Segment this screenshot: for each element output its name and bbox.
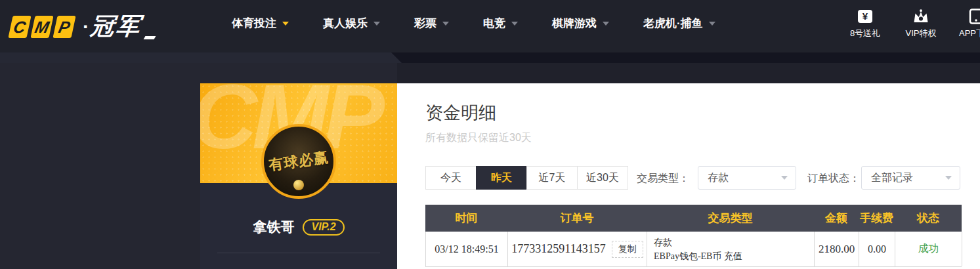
select-value: 全部记录: [862, 171, 945, 185]
column-header-fee: 手续费: [859, 211, 895, 226]
copy-button[interactable]: 复制: [612, 241, 643, 258]
nav-item-label: 棋牌游戏: [552, 16, 597, 31]
secondary-band: [0, 52, 980, 63]
cell-status: 成功: [895, 232, 962, 266]
cell-order-no: 1773312591143157 复制: [508, 232, 647, 266]
column-header-type: 交易类型: [647, 211, 814, 226]
cell-amount: 2180.00: [815, 232, 859, 266]
page-subtitle: 所有数据只保留近30天: [425, 131, 532, 145]
chevron-down-icon: [373, 22, 380, 26]
transaction-type-label: 交易类型：: [637, 172, 689, 186]
quick-link-app-download[interactable]: APP下载: [953, 9, 980, 39]
nav-item-card-games[interactable]: 棋牌游戏: [552, 16, 609, 31]
order-status-label: 订单状态：: [807, 172, 860, 186]
chevron-down-icon: [442, 22, 449, 26]
select-value: 存款: [698, 171, 781, 185]
logo-separator: ·: [83, 16, 89, 38]
column-header-time: 时间: [425, 211, 507, 226]
cell-transaction-type: 存款 EBPay钱包-EB币 充值: [647, 232, 815, 266]
column-header-status: 状态: [895, 211, 962, 226]
table-header-row: 时间 订单号 交易类型 金额 手续费 状态: [425, 205, 962, 232]
quick-link-label: APP下载: [959, 28, 980, 39]
profile-card: CMP 有球必赢 拿铁哥 VIP.2: [200, 83, 397, 269]
quick-link-label: VIP特权: [906, 28, 937, 39]
vip-level-badge: VIP.2: [303, 219, 344, 236]
tab-last-7-days[interactable]: 近7天: [526, 166, 578, 190]
chevron-down-icon: [781, 176, 788, 180]
svg-text:¥: ¥: [863, 10, 868, 22]
nav-item-lottery[interactable]: 彩票: [414, 16, 449, 31]
transaction-type-main: 存款: [654, 236, 672, 249]
quick-link-vip[interactable]: VIP特权: [901, 9, 941, 39]
secondary-band-segment: [0, 52, 402, 63]
nav-item-esports[interactable]: 电竞: [483, 16, 518, 31]
main-nav-menu: 体育投注 真人娱乐 彩票 电竞 棋牌游戏 老虎机·捕鱼: [232, 0, 715, 46]
avatar: 有球必赢: [261, 124, 336, 199]
golden-ball-icon: [293, 180, 304, 190]
cell-time: 03/12 18:49:51: [426, 232, 508, 266]
table-row: 03/12 18:49:51 1773312591143157 复制 存款 EB…: [425, 232, 962, 267]
transactions-table: 时间 订单号 交易类型 金额 手续费 状态 03/12 18:49:51 177…: [425, 205, 962, 267]
nav-item-label: 老虎机·捕鱼: [643, 16, 703, 31]
chevron-down-icon: [709, 22, 715, 26]
chevron-down-icon: [282, 22, 289, 26]
page: C M P · 冠军 体育投注 真人娱乐 彩票 电竞: [0, 0, 980, 269]
nav-item-live-casino[interactable]: 真人娱乐: [323, 16, 380, 31]
column-header-amount: 金额: [814, 211, 859, 226]
logo-dash-decoration: [144, 36, 156, 39]
cell-fee: 0.00: [859, 232, 895, 266]
column-header-order-no: 订单号: [507, 211, 647, 226]
username: 拿铁哥: [253, 218, 294, 236]
dark-strip-above-content: [397, 63, 980, 83]
logo-letter-box: M: [30, 16, 53, 38]
chevron-down-icon: [511, 22, 518, 26]
transaction-type-detail: EBPay钱包-EB币 充值: [654, 249, 742, 263]
nav-item-label: 电竞: [483, 16, 505, 31]
top-navbar: C M P · 冠军 体育投注 真人娱乐 彩票 电竞: [0, 0, 980, 52]
transaction-type-select[interactable]: 存款: [698, 166, 796, 190]
brand-logo[interactable]: C M P · 冠军: [11, 10, 155, 43]
main-content: 资金明细 所有数据只保留近30天 今天 昨天 近7天 近30天 交易类型： 存款…: [397, 83, 980, 269]
nav-item-label: 体育投注: [232, 16, 276, 31]
chevron-down-icon: [603, 22, 609, 26]
nav-item-label: 真人娱乐: [323, 16, 368, 31]
phone-icon: [968, 9, 980, 24]
logo-letter-box: C: [8, 16, 31, 38]
order-number: 1773312591143157: [511, 242, 605, 256]
quick-link-label: 8号送礼: [850, 28, 880, 39]
avatar-caption: 有球必赢: [263, 147, 334, 176]
date-range-tabs: 今天 昨天 近7天 近30天: [425, 166, 628, 190]
tab-today[interactable]: 今天: [425, 166, 477, 190]
divider: [217, 253, 380, 253]
tab-yesterday[interactable]: 昨天: [476, 166, 527, 190]
tab-last-30-days[interactable]: 近30天: [577, 166, 628, 190]
chevron-down-icon: [945, 176, 952, 180]
gift-voucher-icon: ¥: [857, 9, 874, 24]
nav-item-sports[interactable]: 体育投注: [232, 16, 289, 31]
crown-icon: [912, 9, 929, 24]
quick-link-gift[interactable]: ¥ 8号送礼: [845, 9, 885, 39]
page-title: 资金明细: [425, 101, 496, 125]
profile-name-row: 拿铁哥 VIP.2: [200, 218, 397, 236]
order-status-select[interactable]: 全部记录: [861, 166, 960, 190]
nav-item-slots-fishing[interactable]: 老虎机·捕鱼: [643, 16, 715, 31]
nav-item-label: 彩票: [414, 16, 437, 31]
logo-letter-box: P: [53, 16, 75, 38]
logo-brand-name: 冠军: [89, 10, 143, 43]
